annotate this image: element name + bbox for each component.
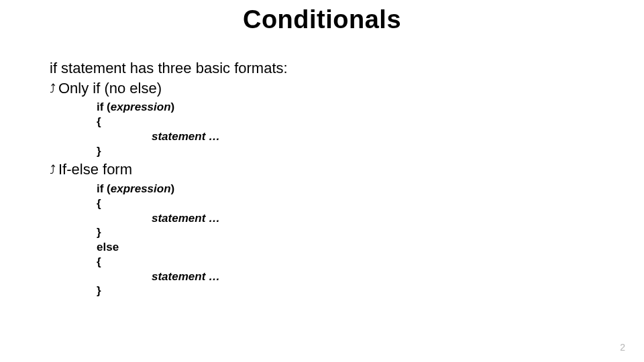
code-line: if (expression)	[97, 182, 594, 196]
page-number: 2	[620, 342, 625, 353]
code-block-if-else: if (expression) { statement … } else { s…	[97, 182, 594, 298]
bullet-arrow-icon: ⤴	[50, 80, 56, 97]
slide: Conditionals if statement has three basi…	[0, 0, 644, 362]
bullet-only-if: ⤴Only if (no else)	[50, 78, 594, 99]
bullet-if-else: ⤴If-else form	[50, 160, 594, 180]
if-keyword: if (	[97, 101, 111, 113]
statement-text: statement …	[97, 129, 220, 144]
slide-title: Conditionals	[0, 5, 644, 34]
open-brace: {	[97, 255, 594, 269]
statement-text: statement …	[97, 269, 220, 284]
close-brace: }	[97, 225, 594, 240]
close-brace: }	[97, 284, 594, 298]
open-brace: {	[97, 115, 594, 129]
bullet-if-else-label: If-else form	[58, 161, 132, 178]
close-brace: }	[97, 144, 594, 159]
statement-text: statement …	[97, 211, 220, 226]
expression-text: expression	[111, 182, 171, 195]
bullet-only-if-label: Only if (no else)	[58, 80, 162, 97]
bullet-arrow-icon: ⤴	[50, 162, 56, 178]
expression-text: expression	[111, 101, 171, 113]
else-keyword: else	[97, 240, 594, 255]
intro-text: if statement has three basic formats:	[50, 59, 594, 78]
code-block-only-if: if (expression) { statement … }	[97, 100, 594, 158]
if-keyword: if (	[97, 182, 111, 195]
close-paren: )	[171, 101, 175, 113]
slide-body: if statement has three basic formats: ⤴O…	[50, 59, 594, 300]
close-paren: )	[171, 182, 175, 195]
open-brace: {	[97, 196, 594, 211]
code-line: if (expression)	[97, 100, 594, 115]
